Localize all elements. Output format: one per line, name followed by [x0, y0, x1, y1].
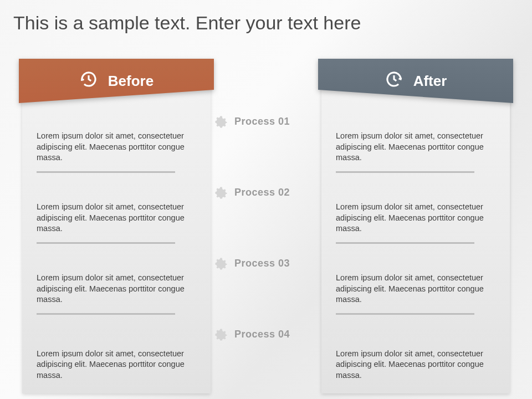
after-item-text: Lorem ipsum dolor sit amet, consectetuer… [336, 349, 495, 381]
process-label: Process 01 [234, 116, 290, 127]
before-label: Before [108, 73, 154, 90]
before-header: Before [19, 59, 214, 110]
after-item: Lorem ipsum dolor sit amet, consectetuer… [336, 258, 495, 329]
after-item: Lorem ipsum dolor sit amet, consectetuer… [336, 187, 495, 258]
after-column: After Lorem ipsum dolor sit amet, consec… [321, 61, 510, 393]
before-item-text: Lorem ipsum dolor sit amet, consectetuer… [37, 349, 196, 381]
process-row: Process 01 [213, 114, 319, 185]
process-row: Process 03 [213, 256, 319, 327]
gear-icon [213, 327, 229, 345]
after-item-text: Lorem ipsum dolor sit amet, consectetuer… [336, 273, 495, 305]
before-item-text: Lorem ipsum dolor sit amet, consectetuer… [37, 273, 196, 305]
after-item-text: Lorem ipsum dolor sit amet, consectetuer… [336, 131, 495, 163]
after-item: Lorem ipsum dolor sit amet, consectetuer… [336, 329, 495, 399]
gear-icon [213, 114, 229, 132]
process-row: Process 02 [213, 185, 319, 256]
before-column: Before Lorem ipsum dolor sit amet, conse… [22, 61, 211, 393]
refresh-icon [385, 70, 403, 93]
before-item: Lorem ipsum dolor sit amet, consectetuer… [37, 258, 196, 329]
before-item: Lorem ipsum dolor sit amet, consectetuer… [37, 116, 196, 187]
before-item: Lorem ipsum dolor sit amet, consectetuer… [37, 187, 196, 258]
after-header: After [318, 59, 513, 110]
divider [336, 313, 474, 315]
divider [336, 242, 474, 244]
divider [37, 313, 175, 315]
divider [336, 171, 474, 173]
process-label: Process 04 [234, 329, 290, 340]
process-label: Process 02 [234, 187, 290, 198]
divider [37, 242, 175, 244]
before-item: Lorem ipsum dolor sit amet, consectetuer… [37, 329, 196, 399]
divider [37, 171, 175, 173]
gear-icon [213, 256, 229, 274]
history-icon [79, 70, 98, 93]
before-entries: Lorem ipsum dolor sit amet, consectetuer… [22, 116, 211, 393]
before-item-text: Lorem ipsum dolor sit amet, consectetuer… [37, 202, 196, 234]
after-item-text: Lorem ipsum dolor sit amet, consectetuer… [336, 202, 495, 234]
before-item-text: Lorem ipsum dolor sit amet, consectetuer… [37, 131, 196, 163]
page-title: This is a sample text. Enter your text h… [13, 12, 361, 34]
process-row: Process 04 [213, 327, 319, 398]
gear-icon [213, 185, 229, 203]
process-list: Process 01 Process 02 Process 03 Process… [213, 114, 319, 398]
after-entries: Lorem ipsum dolor sit amet, consectetuer… [321, 116, 510, 393]
process-label: Process 03 [234, 258, 290, 269]
after-item: Lorem ipsum dolor sit amet, consectetuer… [336, 116, 495, 187]
after-label: After [413, 73, 447, 90]
